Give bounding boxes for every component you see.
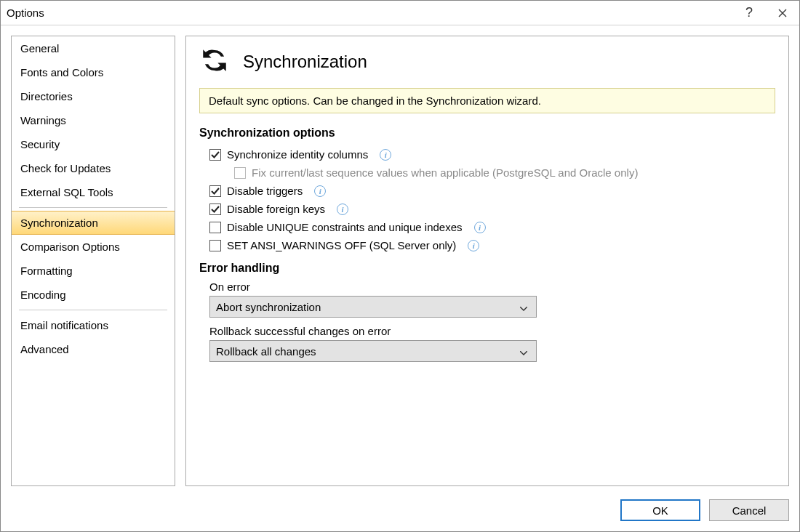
sidebar-divider: [19, 207, 167, 208]
checkbox-icon: [209, 240, 221, 251]
check-label: Disable triggers: [227, 185, 303, 197]
check-disable-fk[interactable]: Disable foreign keys i: [199, 200, 775, 218]
sidebar-item-security[interactable]: Security: [12, 132, 175, 156]
check-label: Fix current/last sequence values when ap…: [252, 166, 638, 179]
sidebar-item-external-sql-tools[interactable]: External SQL Tools: [12, 180, 175, 204]
on-error-select[interactable]: Abort synchronization: [209, 296, 537, 318]
cancel-button[interactable]: Cancel: [709, 499, 789, 521]
checkbox-icon: [234, 167, 246, 179]
check-fix-sequence: Fix current/last sequence values when ap…: [199, 164, 775, 182]
options-dialog: Options ? GeneralFonts and ColorsDirecto…: [0, 0, 800, 532]
sidebar-item-check-for-updates[interactable]: Check for Updates: [12, 156, 175, 180]
chevron-down-icon: [517, 345, 530, 358]
sidebar-item-warnings[interactable]: Warnings: [12, 108, 175, 132]
rollback-label: Rollback successful changes on error: [209, 325, 775, 337]
help-button[interactable]: ?: [732, 1, 766, 25]
check-disable-unique[interactable]: Disable UNIQUE constraints and unique in…: [199, 218, 775, 236]
info-icon[interactable]: i: [468, 240, 479, 251]
sidebar-item-synchronization[interactable]: Synchronization: [12, 211, 175, 235]
chevron-down-icon: [517, 301, 530, 313]
window-title: Options: [7, 7, 732, 19]
category-sidebar: GeneralFonts and ColorsDirectoriesWarnin…: [11, 36, 175, 486]
select-value: Rollback all changes: [216, 345, 517, 358]
sidebar-item-general[interactable]: General: [12, 36, 175, 60]
checkbox-icon: [209, 185, 221, 197]
checkbox-icon: [209, 222, 221, 233]
sidebar-item-fonts-and-colors[interactable]: Fonts and Colors: [12, 60, 175, 84]
error-handling-heading: Error handling: [199, 262, 775, 275]
info-icon[interactable]: i: [337, 203, 348, 215]
check-ansi-warnings[interactable]: SET ANSI_WARNINGS OFF (SQL Server only) …: [199, 236, 775, 254]
sidebar-divider: [19, 310, 167, 310]
sync-options-heading: Synchronization options: [199, 126, 775, 140]
info-icon[interactable]: i: [314, 185, 326, 197]
checkbox-icon: [209, 149, 221, 161]
check-label: Disable foreign keys: [227, 203, 325, 215]
check-disable-triggers[interactable]: Disable triggers i: [199, 182, 775, 200]
sidebar-item-formatting[interactable]: Formatting: [12, 259, 175, 283]
sidebar-item-email-notifications[interactable]: Email notifications: [12, 313, 175, 337]
close-button[interactable]: [766, 1, 799, 25]
content-panel: Synchronization Default sync options. Ca…: [185, 36, 789, 486]
check-label: SET ANSI_WARNINGS OFF (SQL Server only): [227, 239, 456, 251]
info-icon[interactable]: i: [474, 222, 486, 233]
checkbox-icon: [209, 203, 221, 215]
sidebar-item-comparison-options[interactable]: Comparison Options: [12, 235, 175, 259]
check-label: Disable UNIQUE constraints and unique in…: [227, 221, 463, 233]
rollback-select[interactable]: Rollback all changes: [209, 340, 537, 362]
check-identity-columns[interactable]: Synchronize identity columns i: [199, 145, 775, 164]
page-header: Synchronization: [199, 45, 775, 78]
select-value: Abort synchronization: [216, 301, 517, 313]
ok-button[interactable]: OK: [620, 499, 700, 521]
dialog-footer: OK Cancel: [1, 492, 799, 531]
sidebar-item-encoding[interactable]: Encoding: [12, 283, 175, 307]
on-error-label: On error: [209, 281, 775, 293]
titlebar: Options ?: [1, 1, 799, 25]
info-banner: Default sync options. Can be changed in …: [199, 88, 775, 113]
sync-icon: [199, 45, 230, 78]
check-label: Synchronize identity columns: [227, 148, 368, 161]
sidebar-item-advanced[interactable]: Advanced: [12, 337, 175, 361]
sidebar-item-directories[interactable]: Directories: [12, 84, 175, 108]
info-icon[interactable]: i: [380, 149, 391, 161]
page-title: Synchronization: [243, 52, 367, 72]
